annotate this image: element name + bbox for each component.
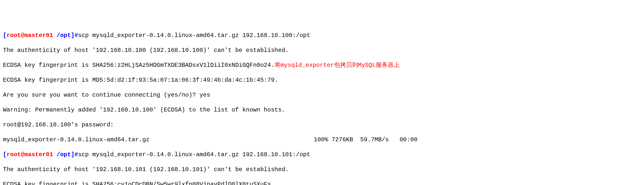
output-text: ECDSA key fingerprint is MD5:5d:d2:1f:93… bbox=[3, 77, 278, 83]
output-text: Warning: Permanently added '192.168.10.1… bbox=[3, 107, 285, 113]
prompt-lbracket: [ bbox=[3, 32, 6, 39]
output-fingerprint-md5-1: ECDSA key fingerprint is MD5:5d:d2:1f:93… bbox=[3, 77, 641, 84]
prompt-host: master01 bbox=[24, 32, 53, 39]
output-text: The authenticity of host '192.168.10.101… bbox=[3, 166, 289, 173]
prompt-space bbox=[53, 151, 56, 158]
output-text: Are you sure you want to continue connec… bbox=[3, 92, 210, 98]
output-fingerprint-sha256-2: ECDSA key fingerprint is SHA256:cv1oCDcD… bbox=[3, 181, 641, 185]
output-confirm-1: Are you sure you want to continue connec… bbox=[3, 91, 641, 99]
output-authenticity-1: The authenticity of host '192.168.10.100… bbox=[3, 47, 641, 54]
prompt-rbracket: ] bbox=[71, 151, 74, 158]
prompt-user: root bbox=[6, 151, 21, 158]
prompt-lbracket: [ bbox=[3, 151, 6, 158]
prompt-host: master01 bbox=[24, 151, 53, 158]
output-text: ECDSA key fingerprint is SHA256:cv1oCDcD… bbox=[3, 181, 274, 185]
prompt-user: root bbox=[6, 32, 21, 39]
prompt-hash: # bbox=[74, 151, 78, 158]
output-warning-1: Warning: Permanently added '192.168.10.1… bbox=[3, 106, 641, 114]
prompt-at: @ bbox=[21, 32, 24, 39]
output-text: mysqld_exporter-0.14.0.linux-amd64.tar.g… bbox=[3, 136, 432, 143]
prompt-hash: # bbox=[74, 32, 78, 39]
output-password-prompt-1: root@192.168.10.100's password: bbox=[3, 121, 641, 129]
prompt-space bbox=[53, 32, 56, 39]
prompt-rbracket: ] bbox=[71, 32, 74, 39]
prompt-path: /opt bbox=[56, 32, 71, 39]
output-fingerprint-sha256-1: ECDSA key fingerprint is SHA256:z2HLjSAz… bbox=[3, 62, 641, 69]
prompt-path: /opt bbox=[56, 151, 71, 158]
output-authenticity-2: The authenticity of host '192.168.10.101… bbox=[3, 166, 641, 173]
command-text: scp mysqld_exporter-0.14.0.linux-amd64.t… bbox=[78, 32, 310, 39]
output-progress-1: mysqld_exporter-0.14.0.linux-amd64.tar.g… bbox=[3, 136, 641, 143]
command-text: scp mysqld_exporter-0.14.0.linux-amd64.t… bbox=[78, 151, 310, 158]
output-text: root@192.168.10.100's password: bbox=[3, 121, 117, 128]
output-text: ECDSA key fingerprint is SHA256:z2HLjSAz… bbox=[3, 62, 274, 69]
prompt-at: @ bbox=[21, 151, 24, 158]
prompt-line-2[interactable]: [root@master01 /opt]#scp mysqld_exporter… bbox=[3, 151, 641, 158]
output-text: The authenticity of host '192.168.10.100… bbox=[3, 47, 289, 54]
prompt-line-1[interactable]: [root@master01 /opt]#scp mysqld_exporter… bbox=[3, 32, 641, 39]
annotation-text: 将mysqld_exporter包拷贝到MySQL服务器上 bbox=[274, 62, 400, 69]
